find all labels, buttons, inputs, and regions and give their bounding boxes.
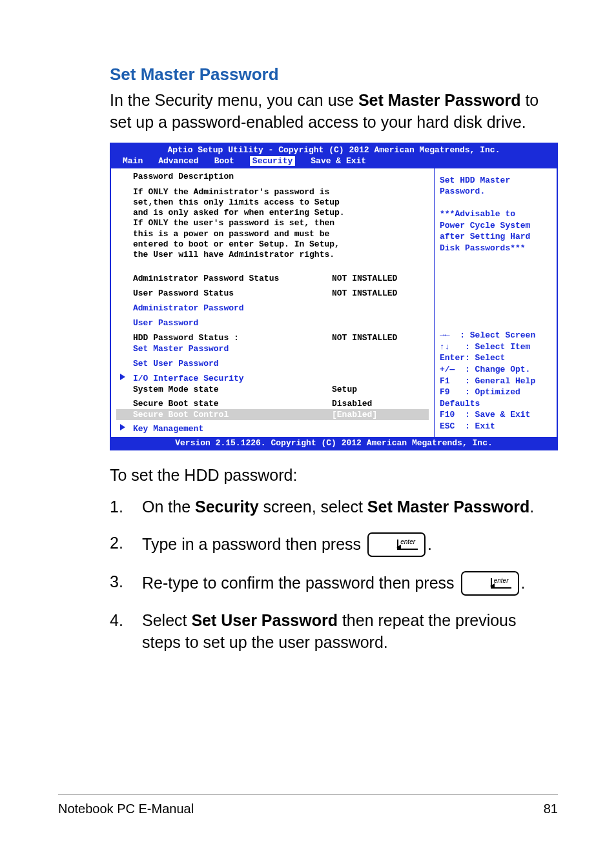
bios-tab-save-exit[interactable]: Save & Exit bbox=[311, 156, 366, 166]
step-4: 4. Select Set User Password then repeat … bbox=[110, 610, 558, 654]
bios-user-status-label: User Password Status bbox=[133, 288, 332, 298]
after-bios-text: To set the HDD password: bbox=[110, 466, 558, 485]
bios-title: Aptio Setup Utility - Copyright (C) 2012… bbox=[111, 144, 557, 156]
step-text: Type in a password then press bbox=[142, 535, 365, 553]
arrow-icon bbox=[120, 424, 125, 430]
bios-admin-status-value: NOT INSTALLED bbox=[332, 274, 429, 283]
bios-admin-password[interactable]: Administrator Password bbox=[133, 303, 429, 313]
bios-user-status-value: NOT INSTALLED bbox=[332, 288, 429, 298]
arrow-icon bbox=[120, 374, 125, 380]
enter-key-label: enter bbox=[400, 538, 415, 547]
step-number: 2. bbox=[110, 532, 142, 557]
step-2: 2. Type in a password then press enter. bbox=[110, 532, 558, 557]
step-3: 3. Re-type to confirm the password then … bbox=[110, 571, 558, 596]
enter-key-icon: enter bbox=[461, 571, 519, 596]
bios-tab-security[interactable]: Security bbox=[250, 156, 295, 166]
bios-tab-boot[interactable]: Boot bbox=[214, 156, 234, 166]
bios-user-password[interactable]: User Password bbox=[133, 318, 429, 328]
intro-paragraph: In the Security menu, you can use Set Ma… bbox=[110, 90, 558, 134]
bios-io-interface-security[interactable]: I/O Interface Security bbox=[133, 374, 429, 383]
bios-desc-heading: Password Description bbox=[133, 172, 429, 181]
bios-right-panel: Set HDD Master Password. ***Advisable to… bbox=[434, 168, 557, 438]
bios-key-management[interactable]: Key Management bbox=[133, 424, 429, 434]
bios-system-mode-label: System Mode state bbox=[133, 385, 332, 394]
bios-secure-boot-control-label[interactable]: Secure Boot Control bbox=[133, 410, 332, 419]
bios-help-top: Set HDD Master Password. ***Advisable to… bbox=[440, 175, 551, 254]
step-1: 1. On the Security screen, select Set Ma… bbox=[110, 496, 558, 518]
step-bold: Security bbox=[195, 498, 259, 516]
bios-hdd-status-label: HDD Password Status : bbox=[133, 333, 332, 343]
bios-secure-boot-control-value[interactable]: [Enabled] bbox=[332, 410, 429, 419]
step-number: 4. bbox=[110, 610, 142, 654]
bios-desc-line: entered to boot or enter Setup. In Setup… bbox=[133, 239, 429, 250]
step-text: Re-type to confirm the password then pre… bbox=[142, 574, 459, 592]
intro-bold: Set Master Password bbox=[358, 91, 521, 109]
enter-key-icon: enter bbox=[367, 532, 426, 557]
step-text: . bbox=[521, 574, 526, 592]
bios-help-bottom: →← : Select Screen ↑↓ : Select Item Ente… bbox=[440, 330, 551, 432]
bios-desc-line: this is a power on password and must be bbox=[133, 229, 429, 239]
footer-right: 81 bbox=[544, 802, 558, 816]
step-text: Select bbox=[142, 611, 191, 629]
bios-tab-main[interactable]: Main bbox=[123, 156, 143, 166]
bios-left-panel: Password Description If ONLY the Adminis… bbox=[111, 168, 434, 438]
bios-desc-line: and is only asked for when entering Setu… bbox=[133, 208, 429, 218]
page-footer: Notebook PC E-Manual 81 bbox=[58, 794, 558, 816]
bios-desc-line: set,then this only limits access to Setu… bbox=[133, 197, 429, 208]
bios-desc-line: If ONLY the Administrator's password is bbox=[133, 187, 429, 197]
intro-pre: In the Security menu, you can use bbox=[110, 91, 358, 109]
bios-footer: Version 2.15.1226. Copyright (C) 2012 Am… bbox=[111, 437, 557, 449]
bios-desc-line: If ONLY the user's password is set, then bbox=[133, 218, 429, 228]
bios-set-master-password[interactable]: Set Master Password bbox=[133, 344, 429, 354]
enter-key-label: enter bbox=[494, 576, 509, 585]
bios-screenshot: Aptio Setup Utility - Copyright (C) 2012… bbox=[110, 143, 558, 451]
step-bold: Set Master Password bbox=[367, 498, 530, 516]
bios-set-user-password[interactable]: Set User Password bbox=[133, 359, 429, 368]
step-text: . bbox=[529, 498, 534, 516]
step-bold: Set User Password bbox=[191, 611, 338, 629]
step-number: 3. bbox=[110, 571, 142, 596]
step-number: 1. bbox=[110, 496, 142, 518]
bios-secure-boot-state-value: Disabled bbox=[332, 399, 429, 409]
bios-system-mode-value: Setup bbox=[332, 385, 429, 394]
step-text: screen, select bbox=[259, 498, 367, 516]
step-text: On the bbox=[142, 498, 195, 516]
bios-tabs: MainAdvancedBootSecuritySave & Exit bbox=[111, 156, 557, 168]
bios-hdd-status-value: NOT INSTALLED bbox=[332, 333, 429, 343]
bios-tab-advanced[interactable]: Advanced bbox=[158, 156, 198, 166]
bios-desc-line: the User will have Administrator rights. bbox=[133, 250, 429, 260]
step-text: . bbox=[427, 535, 432, 553]
bios-secure-boot-state-label: Secure Boot state bbox=[133, 399, 332, 409]
section-heading: Set Master Password bbox=[110, 65, 558, 85]
footer-left: Notebook PC E-Manual bbox=[58, 802, 194, 816]
bios-admin-status-label: Administrator Password Status bbox=[133, 274, 332, 283]
